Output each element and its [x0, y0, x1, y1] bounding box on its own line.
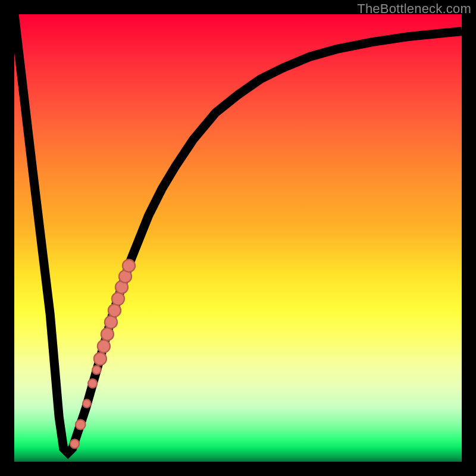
data-marker — [70, 439, 79, 448]
data-marker — [123, 259, 135, 272]
curve-layer — [14, 14, 462, 453]
marker-layer — [70, 259, 135, 448]
data-marker — [83, 399, 91, 408]
data-marker — [105, 316, 117, 328]
data-marker — [112, 293, 124, 305]
data-marker — [94, 353, 107, 365]
data-marker — [76, 419, 86, 430]
data-marker — [101, 328, 114, 340]
data-marker — [98, 340, 110, 352]
watermark-text: TheBottleneck.com — [357, 1, 471, 17]
data-marker — [108, 304, 121, 317]
chart-frame: TheBottleneck.com — [0, 0, 476, 476]
chart-svg — [14, 14, 462, 462]
data-marker — [92, 366, 101, 374]
data-marker — [88, 379, 97, 388]
plot-area — [14, 14, 462, 462]
bottleneck-curve — [14, 14, 462, 453]
